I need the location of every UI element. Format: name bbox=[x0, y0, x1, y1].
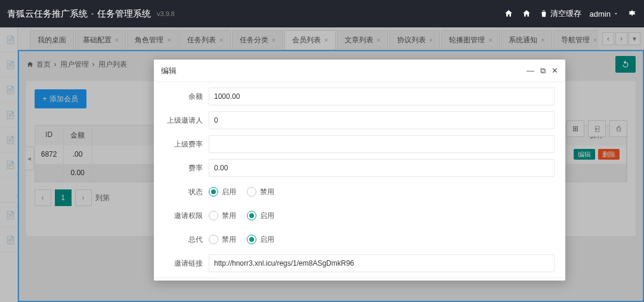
radio-invite-on[interactable]: 启用 bbox=[247, 211, 274, 221]
fullscreen-icon[interactable] bbox=[522, 9, 531, 18]
label-balance: 余额 bbox=[165, 92, 209, 102]
modal-close-icon[interactable]: ✕ bbox=[552, 66, 558, 76]
app-title: 青狐云任务推广系统 bbox=[7, 8, 88, 20]
label-rate: 费率 bbox=[165, 163, 209, 173]
admin-menu[interactable]: admin bbox=[590, 10, 619, 18]
radio-status-off[interactable]: 禁用 bbox=[247, 187, 274, 197]
app-version: v3.9.8 bbox=[157, 10, 175, 17]
label-inviter: 上级邀请人 bbox=[165, 116, 209, 126]
modal-title: 编辑 bbox=[161, 66, 177, 76]
input-rate[interactable] bbox=[209, 159, 555, 177]
label-agent: 总代 bbox=[165, 235, 209, 245]
input-inviter[interactable] bbox=[209, 111, 555, 129]
label-invite-link: 邀请链接 bbox=[165, 259, 209, 269]
radio-status-on[interactable]: 启用 bbox=[209, 187, 236, 197]
app-subtitle: 任务管理系统 bbox=[97, 8, 151, 20]
topbar: 青狐云任务推广系统 - 任务管理系统 v3.9.8 清空缓存 admin bbox=[0, 0, 644, 27]
theme-icon[interactable] bbox=[627, 9, 637, 18]
label-invite-perm: 邀请权限 bbox=[165, 211, 209, 221]
modal-max-icon[interactable]: ⧉ bbox=[540, 66, 546, 76]
label-status: 状态 bbox=[165, 187, 209, 197]
modal-min-icon[interactable]: — bbox=[527, 66, 534, 76]
radio-agent-off[interactable]: 禁用 bbox=[209, 235, 236, 245]
clear-cache-button[interactable]: 清空缓存 bbox=[540, 8, 581, 19]
radio-invite-off[interactable]: 禁用 bbox=[209, 211, 236, 221]
input-inviter-rate[interactable] bbox=[209, 135, 555, 153]
edit-modal: 编辑 — ⧉ ✕ 余额 上级邀请人 上级费率 费率 状态 启用 禁用 bbox=[154, 60, 565, 281]
label-inviter-rate: 上级费率 bbox=[165, 139, 209, 150]
radio-agent-on[interactable]: 启用 bbox=[247, 235, 274, 245]
input-balance[interactable] bbox=[209, 88, 555, 105]
input-invite-link[interactable] bbox=[209, 254, 555, 272]
home-icon[interactable] bbox=[504, 9, 513, 18]
